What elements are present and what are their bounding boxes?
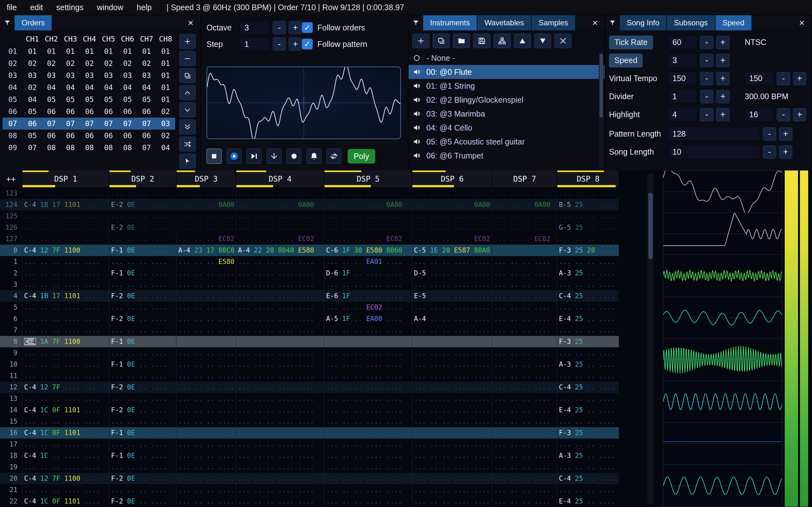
- pattern-cell[interactable]: ... .. .. .... ....: [22, 347, 109, 359]
- pattern-cell[interactable]: F-2 0E .. ....: [109, 382, 176, 393]
- pattern-cell[interactable]: ... .. .. ....: [176, 450, 236, 461]
- tab-speed[interactable]: Speed: [716, 15, 751, 31]
- pattern-cell[interactable]: ... .. .. ....: [176, 336, 236, 347]
- pattern-cell[interactable]: ... .. .. .... ....: [236, 359, 324, 370]
- pattern-cell[interactable]: ... .. .. ....: [492, 290, 557, 302]
- pattern-cell[interactable]: ... .. .. .... ....: [324, 347, 412, 359]
- order-cell[interactable]: 03: [118, 71, 137, 79]
- instrument-item[interactable]: 04: @4 Cello: [409, 121, 605, 135]
- tick-rate-increase-button[interactable]: +: [716, 36, 729, 49]
- pattern-cell[interactable]: ... .. .. .... ....: [412, 404, 492, 416]
- channel-header[interactable]: DSP 2: [109, 170, 176, 187]
- pattern-cell[interactable]: ... .. .. ....: [492, 347, 557, 359]
- pattern-cell[interactable]: ... .. .. ....: [492, 187, 557, 199]
- virtual-tempo-numerator-input[interactable]: 150: [668, 72, 697, 86]
- orders-row[interactable]: 060506060606060602: [3, 106, 175, 118]
- pattern-cell[interactable]: ... .. .. ....: [176, 439, 236, 450]
- pattern-cell[interactable]: F-2 0E .. ....: [109, 473, 176, 484]
- pattern-cell[interactable]: ... .. .. ....: [109, 416, 176, 427]
- order-cell[interactable]: 06: [80, 131, 99, 140]
- order-cell[interactable]: 02: [99, 59, 118, 67]
- pattern-cell[interactable]: ... .. .. ....: [176, 382, 236, 393]
- pattern-cell[interactable]: ... .. .. .... ....: [22, 313, 109, 325]
- pattern-cell[interactable]: ... .. .. .... ....: [412, 187, 492, 199]
- pattern-cell[interactable]: ... .. .. ....: [492, 302, 557, 313]
- pattern-cell[interactable]: ... .. .. .... ....: [412, 416, 492, 427]
- order-cell[interactable]: 01: [61, 47, 80, 55]
- channel-header[interactable]: DSP 4: [236, 170, 324, 187]
- order-cell[interactable]: 05: [80, 95, 99, 104]
- orders-row[interactable]: 020202020202020201: [3, 57, 175, 69]
- pattern-cell[interactable]: ... .. .. .... ....: [22, 484, 109, 496]
- pattern-cell[interactable]: ... .. .. ....: [176, 461, 236, 473]
- pattern-cell[interactable]: ... .. .. .... ....: [236, 496, 324, 507]
- pattern-cell[interactable]: ... .. .. .... ....: [236, 473, 324, 484]
- pattern-cell[interactable]: F-1 0E .. ....: [109, 359, 176, 370]
- pattern-cell[interactable]: ... .. .. .... ....: [412, 370, 492, 382]
- pattern-cell[interactable]: ... .. .. ....: [492, 279, 557, 290]
- pattern-cell[interactable]: ... .. .. ....: [492, 393, 557, 404]
- octave-decrease-button[interactable]: -: [273, 21, 286, 34]
- pattern-cell[interactable]: ... .. .. ....: [557, 347, 619, 359]
- close-icon[interactable]: ×: [796, 15, 808, 31]
- order-cell[interactable]: 04: [23, 95, 42, 104]
- pattern-cell[interactable]: ... .. .. .... ....: [236, 336, 324, 347]
- channel-header[interactable]: DSP 3: [176, 170, 236, 187]
- menu-edit[interactable]: edit: [23, 0, 49, 15]
- pattern-cell[interactable]: C-4 1C 0F 1101 ....: [22, 427, 109, 439]
- pattern-cell[interactable]: ... .. .. ....: [557, 279, 619, 290]
- pattern-cell[interactable]: ... .. .. ....: [109, 256, 176, 268]
- pattern-cell[interactable]: F-3 25 .. ....: [557, 427, 619, 439]
- order-cell[interactable]: 06: [42, 107, 61, 116]
- tick-rate-input[interactable]: 60: [668, 36, 697, 49]
- pattern-cell[interactable]: ... .. .. ....: [492, 473, 557, 484]
- octave-increase-button[interactable]: +: [289, 21, 302, 34]
- save-instrument-button[interactable]: [473, 34, 490, 48]
- pattern-cell[interactable]: A-3 25 .. ....: [557, 450, 619, 461]
- order-cell[interactable]: 08: [42, 144, 61, 152]
- tab-instruments[interactable]: Instruments: [423, 15, 477, 31]
- pattern-cell[interactable]: ... .. .. EA01 ....: [324, 256, 412, 268]
- pattern-cell[interactable]: F-1 0E .. ....: [109, 245, 176, 256]
- order-cell[interactable]: 05: [23, 107, 42, 116]
- pattern-scrollbar-thumb[interactable]: [648, 193, 653, 259]
- pattern-cell[interactable]: ... .. .. 0A00: [176, 199, 236, 210]
- virtual-tempo-den-decrease-button[interactable]: -: [777, 72, 790, 85]
- orders-row[interactable]: 050405050505050501: [3, 94, 175, 106]
- pattern-cell[interactable]: ... .. .. .... ....: [236, 222, 324, 233]
- pattern-cell[interactable]: D-6 1F .. .... ....: [324, 268, 412, 279]
- record-button[interactable]: [287, 149, 302, 164]
- pattern-cell[interactable]: ... .. .. .... ....: [236, 484, 324, 496]
- pattern-cell[interactable]: A-4 22 20 8040 E580: [236, 245, 324, 256]
- tab-samples[interactable]: Samples: [531, 15, 575, 31]
- pattern-cell[interactable]: C-4 25 .. ....: [557, 473, 619, 484]
- pattern-cell[interactable]: ... .. .. .... ....: [22, 461, 109, 473]
- order-cell[interactable]: 02: [61, 59, 80, 67]
- order-cell[interactable]: 02: [23, 83, 42, 92]
- step-increase-button[interactable]: +: [289, 38, 302, 51]
- order-cell[interactable]: 06: [99, 131, 118, 140]
- orders-row[interactable]: 080506060606060602: [3, 130, 175, 142]
- pattern-cell[interactable]: ... .. .. .... ....: [324, 325, 412, 336]
- step-one-row-button[interactable]: [266, 149, 282, 164]
- instrument-item[interactable]: 00: @0 Flute: [409, 65, 605, 79]
- pattern-cell[interactable]: ... .. .. ....: [176, 302, 236, 313]
- delete-instrument-button[interactable]: [554, 34, 571, 48]
- pattern-cell[interactable]: ... .. .. ....: [176, 359, 236, 370]
- pattern-cell[interactable]: ... .. .. ....: [557, 461, 619, 473]
- order-cell[interactable]: 03: [80, 71, 99, 79]
- order-cell[interactable]: 07: [137, 144, 156, 152]
- pattern-cell[interactable]: ... .. .. ....: [109, 325, 176, 336]
- order-cell[interactable]: 07: [23, 144, 42, 152]
- pattern-cell[interactable]: ... .. .. .... 0A00: [236, 199, 324, 210]
- pattern-cell[interactable]: A-4 23 17 80C0: [176, 245, 236, 256]
- menu-window[interactable]: window: [90, 0, 130, 15]
- pattern-cell[interactable]: C-4 1C .. .... ....: [22, 450, 109, 461]
- pattern-cell[interactable]: ... .. .. .... ....: [412, 461, 492, 473]
- pattern-cell[interactable]: ... .. .. .... ....: [236, 279, 324, 290]
- follow-orders-checkbox[interactable]: ✓: [302, 22, 313, 33]
- instrument-item[interactable]: 05: @5 Acoustic steel guitar: [409, 135, 605, 149]
- pattern-cell[interactable]: ... .. .. .... ....: [412, 382, 492, 393]
- remove-order-button[interactable]: [179, 51, 196, 66]
- close-icon[interactable]: ×: [589, 15, 601, 31]
